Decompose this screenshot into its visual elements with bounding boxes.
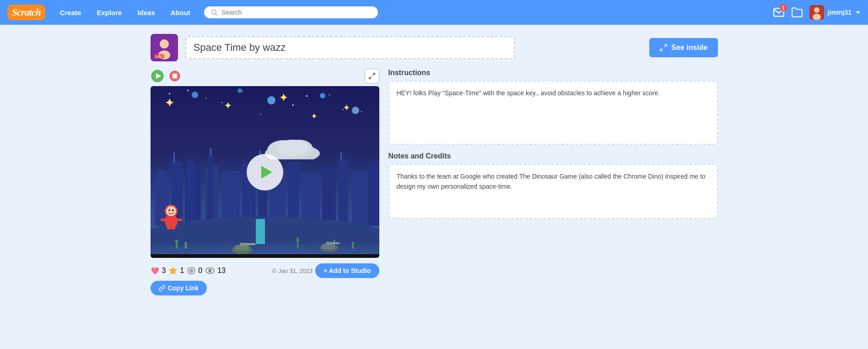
svg-rect-24 xyxy=(208,155,213,226)
scratch-logo[interactable]: Scratch xyxy=(7,5,45,20)
instructions-box: HEY! folks Play "Space-Time" with the sp… xyxy=(388,81,718,145)
svg-rect-32 xyxy=(338,159,348,226)
svg-point-60 xyxy=(166,206,176,216)
svg-rect-41 xyxy=(185,242,187,249)
project-title-input[interactable] xyxy=(185,36,515,59)
notes-box: Thanks to the team at Google who created… xyxy=(388,164,718,219)
svg-line-11 xyxy=(661,49,663,51)
svg-rect-22 xyxy=(187,159,194,226)
play-overlay-button[interactable] xyxy=(247,154,283,191)
loves-count: 3 xyxy=(162,267,166,275)
views-count: 13 xyxy=(217,267,226,275)
loves-stat[interactable]: 3 xyxy=(151,267,166,275)
nav-ideas[interactable]: Ideas xyxy=(132,6,160,19)
svg-marker-68 xyxy=(169,267,177,274)
nav-right: 1 jiminj31 xyxy=(773,5,861,20)
search-bar xyxy=(204,6,378,18)
instructions-section: Instructions HEY! folks Play "Space-Time… xyxy=(388,69,718,145)
project-thumbnail-image: LOL xyxy=(151,34,178,61)
see-inside-button[interactable]: See inside xyxy=(649,38,717,57)
svg-rect-35 xyxy=(173,153,175,163)
nav-create[interactable]: Create xyxy=(54,6,87,19)
stage-background: ✦ ✦ ✦ ✦ ✦ xyxy=(151,86,379,258)
svg-rect-66 xyxy=(172,226,175,229)
instructions-label: Instructions xyxy=(388,69,718,77)
svg-point-0 xyxy=(212,10,216,14)
favorites-stat[interactable]: 1 xyxy=(168,266,184,275)
navbar: Scratch Create Explore Ideas About 1 xyxy=(0,0,868,25)
username-label: jiminj31 xyxy=(828,9,852,16)
svg-line-10 xyxy=(664,44,667,47)
svg-line-16 xyxy=(372,73,375,76)
avatar xyxy=(809,5,824,20)
svg-rect-53 xyxy=(331,242,340,244)
svg-text:LOL: LOL xyxy=(155,55,162,58)
my-stuff-button[interactable] xyxy=(791,6,803,18)
svg-rect-65 xyxy=(167,226,171,229)
copy-link-button[interactable]: Copy Link xyxy=(151,281,207,295)
message-count-badge: 1 xyxy=(780,4,787,11)
project-header: LOL See inside xyxy=(151,34,718,61)
svg-point-57 xyxy=(276,140,308,156)
svg-point-62 xyxy=(172,209,174,211)
svg-rect-38 xyxy=(340,153,342,160)
chevron-down-icon xyxy=(855,10,861,15)
svg-point-6 xyxy=(160,39,169,49)
svg-line-17 xyxy=(369,76,372,79)
svg-rect-64 xyxy=(177,218,182,221)
svg-rect-63 xyxy=(161,218,166,221)
svg-rect-48 xyxy=(240,243,247,246)
svg-rect-36 xyxy=(210,148,211,156)
green-flag-button[interactable] xyxy=(151,69,164,83)
notes-label: Notes and Credits xyxy=(388,152,718,160)
svg-rect-45 xyxy=(352,242,354,249)
svg-rect-40 xyxy=(175,240,178,242)
search-input[interactable] xyxy=(221,9,372,16)
svg-point-61 xyxy=(168,209,170,211)
stage-section: ✦ ✦ ✦ ✦ ✦ xyxy=(151,69,379,295)
user-menu[interactable]: jiminj31 xyxy=(809,5,861,20)
search-icon xyxy=(210,9,218,16)
add-to-studio-button[interactable]: + Add to Studio xyxy=(315,263,379,278)
svg-rect-15 xyxy=(173,74,177,78)
remixes-stat: 0 xyxy=(187,266,202,275)
svg-marker-67 xyxy=(261,166,272,179)
svg-line-1 xyxy=(216,14,217,16)
svg-point-73 xyxy=(209,269,211,272)
project-date: © Jan 31, 2023 xyxy=(272,267,313,274)
project-author-thumbnail: LOL xyxy=(151,34,178,61)
favorites-count: 1 xyxy=(180,267,184,275)
messages-button[interactable]: 1 xyxy=(773,6,785,18)
main-content: LOL See inside xyxy=(141,25,727,309)
views-stat: 13 xyxy=(205,267,226,275)
project-area: ✦ ✦ ✦ ✦ ✦ xyxy=(151,69,718,295)
stage-canvas[interactable]: ✦ ✦ ✦ ✦ ✦ xyxy=(151,86,379,258)
svg-rect-52 xyxy=(326,242,332,245)
stop-button[interactable] xyxy=(169,70,181,82)
svg-rect-49 xyxy=(246,243,255,245)
stage-controls xyxy=(151,69,379,83)
svg-point-3 xyxy=(814,7,819,13)
nav-explore[interactable]: Explore xyxy=(91,6,127,19)
svg-rect-43 xyxy=(296,240,299,241)
info-panel: Instructions HEY! folks Play "Space-Time… xyxy=(388,69,718,226)
svg-rect-29 xyxy=(288,162,299,226)
notes-section: Notes and Credits Thanks to the team at … xyxy=(388,152,718,219)
nav-about[interactable]: About xyxy=(165,6,196,19)
fullscreen-button[interactable] xyxy=(365,69,379,83)
svg-point-71 xyxy=(191,270,192,271)
svg-rect-42 xyxy=(297,237,298,249)
remixes-count: 0 xyxy=(198,267,202,275)
